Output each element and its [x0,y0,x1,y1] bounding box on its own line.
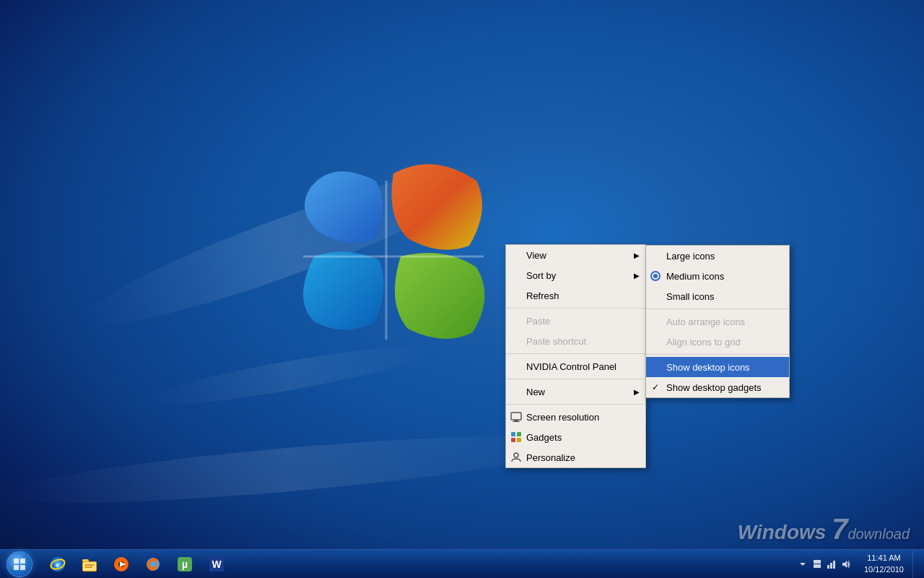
menu-item-personalize[interactable]: Personalize [506,447,645,467]
submenu-item-show-desktop-gadgets[interactable]: ✓ Show desktop gadgets [646,377,789,397]
sort-by-label: Sort by [526,270,556,281]
auto-arrange-label: Auto arrange icons [666,316,745,327]
menu-item-sort-by[interactable]: Sort by [506,265,645,285]
show-gadgets-label: Show desktop gadgets [666,382,762,393]
svg-rect-31 [814,560,817,564]
svg-rect-36 [830,563,832,569]
context-menu-sep3 [506,379,645,379]
new-label: New [526,387,545,397]
taskbar-icons: e [39,550,235,578]
svg-rect-11 [20,558,25,564]
show-gadgets-check: ✓ [652,382,659,392]
tray-icons [793,551,855,578]
tray-network-icon[interactable] [825,557,838,571]
medium-icons-radio [650,271,661,281]
submenu-item-large-icons[interactable]: Large icons [646,246,789,266]
view-submenu: Large icons Medium icons Small icons Aut… [645,245,790,398]
align-grid-label: Align icons to grid [666,337,741,348]
start-orb [6,551,32,577]
tray-volume-icon[interactable] [840,557,853,571]
svg-rect-10 [14,558,19,564]
menu-item-paste: Paste [506,311,645,331]
menu-item-screen-resolution[interactable]: Screen resolution [506,407,645,427]
menu-item-nvidia[interactable]: NVIDIA Control Panel [506,356,645,376]
large-icons-label: Large icons [666,251,715,262]
paste-label: Paste [526,316,550,327]
svg-rect-8 [517,438,521,442]
svg-rect-32 [817,560,821,564]
menu-item-new[interactable]: New [506,381,645,402]
svg-rect-5 [511,432,515,436]
taskbar-icon-utorrent[interactable]: µ [169,551,201,578]
taskbar-icon-explorer[interactable] [74,551,105,578]
bg-streak-3 [0,423,578,516]
windows-logo [274,144,505,376]
svg-marker-30 [800,563,806,566]
svg-rect-6 [517,432,521,436]
view-submenu-sep2 [646,354,789,355]
context-menu-sep2 [506,353,645,354]
submenu-item-medium-icons[interactable]: Medium icons [646,266,789,286]
svg-rect-35 [827,565,829,569]
tray-flag-icon[interactable] [811,557,824,571]
taskbar-icon-firefox[interactable] [137,551,169,578]
gadgets-label: Gadgets [526,432,562,443]
small-icons-label: Small icons [666,291,714,302]
screen-resolution-label: Screen resolution [526,412,599,423]
menu-item-view[interactable]: View Large icons Medium icons Small icon… [506,245,645,265]
svg-rect-19 [83,562,96,571]
gadgets-icon [509,430,523,444]
watermark-text: Windows 7download [738,521,910,543]
svg-rect-2 [511,413,521,420]
desktop: View Large icons Medium icons Small icon… [0,0,924,578]
svg-rect-33 [814,564,817,568]
taskbar-icon-media-player[interactable] [105,551,137,578]
svg-text:W: W [212,558,222,570]
submenu-item-auto-arrange: Auto arrange icons [646,311,789,332]
svg-text:µ: µ [182,558,188,570]
personalize-icon [509,450,523,465]
svg-text:e: e [56,561,60,569]
context-menu-sep1 [506,308,645,309]
svg-rect-34 [817,564,821,568]
show-desktop-button[interactable] [912,551,918,578]
watermark: Windows 7download [738,513,910,545]
nvidia-label: NVIDIA Control Panel [526,361,616,372]
menu-item-gadgets[interactable]: Gadgets [506,427,645,447]
paste-shortcut-label: Paste shortcut [526,336,586,347]
menu-item-view-label: View [526,250,546,261]
svg-rect-7 [511,438,515,442]
svg-rect-37 [833,561,835,569]
context-menu: View Large icons Medium icons Small icon… [505,244,646,468]
view-submenu-sep1 [646,309,789,309]
menu-item-paste-shortcut: Paste shortcut [506,331,645,351]
submenu-item-align-grid: Align icons to grid [646,332,789,352]
clock-time: 11:41 AM [867,553,900,564]
svg-rect-3 [514,420,518,421]
screen-resolution-icon [509,410,523,424]
context-menu-sep4 [506,404,645,405]
svg-rect-4 [513,421,520,422]
show-desktop-icons-label: Show desktop icons [666,362,750,373]
svg-marker-38 [842,561,847,568]
taskbar-icon-word[interactable]: W [201,551,232,578]
submenu-item-small-icons[interactable]: Small icons [646,286,789,306]
personalize-label: Personalize [526,452,575,463]
refresh-label: Refresh [526,290,559,301]
clock[interactable]: 11:41 AM 10/12/2010 [858,551,910,578]
tray-notification-arrow[interactable] [796,557,809,571]
taskbar: e [0,549,924,578]
menu-item-refresh[interactable]: Refresh [506,285,645,306]
start-button[interactable] [0,550,39,579]
svg-rect-13 [20,565,25,570]
taskbar-icon-ie[interactable]: e [42,551,74,578]
submenu-item-show-desktop-icons[interactable]: Show desktop icons [646,357,789,377]
clock-date: 10/12/2010 [864,564,904,575]
svg-point-9 [514,453,518,457]
system-tray: 11:41 AM 10/12/2010 [793,550,924,578]
medium-icons-label: Medium icons [666,271,724,282]
svg-point-25 [150,561,156,567]
svg-rect-12 [14,565,19,570]
